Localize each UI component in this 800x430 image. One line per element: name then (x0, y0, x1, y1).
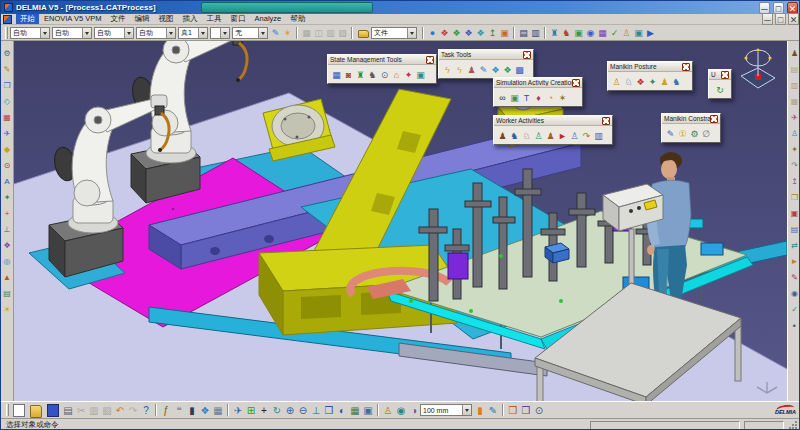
close-icon[interactable] (572, 79, 580, 87)
robot-task-icon[interactable]: ♜ (549, 27, 560, 39)
teach-robot-icon[interactable]: ♞ (561, 27, 572, 39)
grid-table-icon[interactable]: ▦ (2, 112, 13, 123)
gantt-chart-icon[interactable]: ▤ (518, 27, 529, 39)
full-screen-icon[interactable]: ▣ (362, 404, 374, 417)
stand-posture-icon[interactable]: ♙ (611, 75, 622, 87)
camera-eye-icon[interactable]: ◉ (789, 288, 800, 299)
task-list-icon[interactable]: ❖ (490, 63, 501, 75)
workbench-browser-icon[interactable]: ❒ (520, 404, 532, 417)
shading-mode-icon[interactable]: ◐ (336, 404, 348, 417)
film-frame-icon[interactable]: ▣ (789, 208, 800, 219)
minimize-button[interactable]: ─ (759, 2, 770, 14)
grasp-activity-icon[interactable]: ♟ (545, 129, 556, 141)
reach-posture-icon[interactable]: ♟ (659, 75, 670, 87)
sketch-pencil-icon[interactable]: ✎ (2, 64, 13, 75)
layer-combo[interactable]: 无 (232, 27, 268, 39)
point-style-combo[interactable] (210, 27, 230, 39)
manikin-browser-icon[interactable]: ♟ (789, 48, 800, 59)
open-box-icon[interactable]: ▣ (499, 27, 510, 39)
text-activity-icon[interactable]: T (521, 91, 532, 103)
up-structure-icon[interactable]: ↥ (487, 27, 498, 39)
fly-plane-icon[interactable]: ✈ (2, 128, 13, 139)
process-cluster-icon[interactable]: ❖ (439, 27, 450, 39)
zoom-in-icon[interactable]: ⊕ (284, 404, 296, 417)
render-style-combo[interactable]: 自动 (10, 27, 50, 39)
chevron-down-icon[interactable] (462, 405, 471, 415)
posture-editor-icon[interactable]: ▥ (789, 80, 800, 91)
chevron-down-icon[interactable] (407, 28, 416, 38)
copy-format-icon[interactable]: ▦ (301, 27, 312, 39)
simulate-process-icon[interactable]: ▣ (573, 27, 584, 39)
clash-analysis-icon[interactable]: ▦ (597, 27, 608, 39)
modify-state-icon[interactable]: ♜ (355, 68, 366, 80)
swap-arrows-icon[interactable]: ⇄ (789, 240, 800, 251)
point-target-icon[interactable]: ⊙ (2, 160, 13, 171)
target-circle-icon[interactable]: ◎ (2, 256, 13, 267)
mdi-minimize-button[interactable]: ─ (762, 13, 773, 25)
manikin-posture-toolbar[interactable]: Manikin Posture ♙♘❖✦♟♞ (607, 61, 693, 91)
search-options-icon[interactable]: ⊙ (533, 404, 545, 417)
reach-tool-icon[interactable]: ◑ (408, 404, 420, 417)
place-activity-icon[interactable]: ♙ (533, 129, 544, 141)
tile-window-icon[interactable]: ◫ (313, 27, 324, 39)
product-cluster-icon[interactable]: ❖ (451, 27, 462, 39)
undo-icon[interactable]: ↶ (114, 404, 126, 417)
blue-box[interactable] (545, 243, 569, 263)
copy-icon[interactable]: ▥ (88, 404, 100, 417)
properties-wizard-icon[interactable]: ✶ (282, 27, 293, 39)
whats-this-icon[interactable]: ? (140, 404, 152, 417)
snapshot-state-icon[interactable]: ▣ (415, 68, 426, 80)
apply-check-icon[interactable]: ✓ (789, 304, 800, 315)
manikin-constraints-toolbar[interactable]: Manikin Constrai... ✎①⚙∅ (661, 113, 721, 143)
resource-cluster-icon[interactable]: ❖ (463, 27, 474, 39)
menu-item-enovia[interactable]: ENOVIA V5 VPM (40, 14, 106, 24)
cascade-window-icon[interactable]: ▥ (325, 27, 336, 39)
posture-library-icon[interactable]: ▤ (789, 64, 800, 75)
resize-grip[interactable] (788, 420, 798, 430)
priority-constraint-icon[interactable]: ① (677, 127, 688, 139)
mdi-close-button[interactable]: ✕ (788, 13, 799, 25)
restore-state-icon[interactable]: ◙ (343, 68, 354, 80)
chevron-down-icon[interactable] (82, 28, 91, 38)
toolbar-titlebar[interactable]: Manikin Constrai... (662, 114, 720, 124)
camera-activity-icon[interactable]: ∞ (497, 91, 508, 103)
close-button[interactable]: ✕ (787, 2, 798, 14)
paste-icon[interactable]: ▧ (101, 404, 113, 417)
iso-view-icon[interactable]: ❒ (323, 404, 335, 417)
maximize-button[interactable]: □ (773, 2, 784, 14)
walk-activity-icon[interactable]: ♟ (497, 129, 508, 141)
worker-activities-toolbar[interactable]: Worker Activities ♟♞♘♙♟►♙↷▥ (493, 115, 613, 145)
edit-task-icon[interactable]: ✎ (478, 63, 489, 75)
pert-chart-icon[interactable]: ▥ (530, 27, 541, 39)
action-activity-icon[interactable]: ✶ (557, 91, 568, 103)
new-document-icon[interactable] (13, 404, 25, 417)
create-task-icon[interactable]: ϟ (442, 63, 453, 75)
attach-constraint-icon[interactable]: ∅ (701, 127, 712, 139)
toolbar-titlebar[interactable]: Manikin Posture (608, 62, 692, 72)
chevron-down-icon[interactable] (258, 28, 267, 38)
cell-layout-icon[interactable]: ▣ (633, 27, 644, 39)
bend-posture-icon[interactable]: ✦ (647, 75, 658, 87)
presentation-screen-icon[interactable]: ▮ (186, 404, 198, 417)
open-folder-icon[interactable] (30, 405, 42, 418)
rula-analysis-icon[interactable]: ✦ (789, 144, 800, 155)
snap-distance-combo[interactable]: 100 mm (420, 404, 472, 416)
link-document-icon[interactable]: ▧ (337, 27, 348, 39)
close-icon[interactable] (710, 115, 718, 123)
task-sync-icon[interactable]: ▩ (514, 63, 525, 75)
report-sheet-icon[interactable]: ▤ (789, 224, 800, 235)
save-icon[interactable] (47, 404, 59, 417)
update-toolbar[interactable]: U ↻ (708, 69, 732, 99)
close-icon[interactable] (682, 63, 690, 71)
toolbar-titlebar[interactable]: U (709, 70, 731, 80)
task-tools-toolbar[interactable]: Task Tools ϟϟ♟✎❖❖▩ (438, 49, 534, 79)
save-state-icon[interactable]: ▦ (331, 68, 342, 80)
hexagon-body-icon[interactable]: ◇ (2, 96, 13, 107)
print-icon[interactable]: ▤ (62, 404, 74, 417)
mdi-restore-button[interactable]: □ (775, 13, 786, 25)
titlebar[interactable]: DELMIA V5 - [Process1.CATProcess] ─□✕ (1, 1, 800, 14)
turn-activity-icon[interactable]: ↷ (581, 129, 592, 141)
file-environment-combo[interactable]: 文件 (371, 27, 417, 39)
vision-tool-icon[interactable]: ◉ (395, 404, 407, 417)
lift-arrow-icon[interactable]: ↥ (789, 176, 800, 187)
